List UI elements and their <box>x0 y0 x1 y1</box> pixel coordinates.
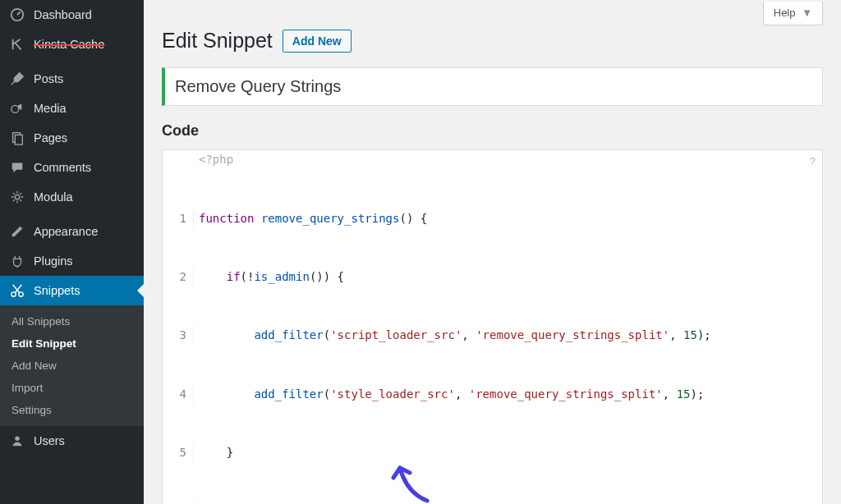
sidebar-item-label: Posts <box>34 72 63 85</box>
admin-sidebar: Dashboard Kinsta Cache Posts Media Pages… <box>0 0 144 504</box>
sidebar-item-kinsta[interactable]: Kinsta Cache <box>0 30 144 59</box>
sidebar-item-label: Media <box>34 102 67 115</box>
chevron-down-icon: ▼ <box>802 7 812 19</box>
code-editor[interactable]: 1function remove_query_strings() { 2 if(… <box>163 150 822 504</box>
snippet-title-input[interactable] <box>162 67 823 106</box>
page-header: Edit Snippet Add New <box>162 25 823 53</box>
dashboard-icon <box>8 7 26 22</box>
line-number: 4 <box>163 385 194 405</box>
submenu-add-new[interactable]: Add New <box>0 355 144 377</box>
sidebar-item-label: Kinsta Cache <box>34 38 104 51</box>
code-editor-wrap: <?php ? 1function remove_query_strings()… <box>162 149 823 504</box>
help-label: Help <box>774 7 796 19</box>
media-icon <box>8 101 26 116</box>
sidebar-item-posts[interactable]: Posts <box>0 64 144 94</box>
sidebar-item-snippets[interactable]: Snippets <box>0 276 144 305</box>
svg-point-4 <box>15 195 19 199</box>
page-title: Edit Snippet <box>162 29 273 53</box>
sidebar-item-plugins[interactable]: Plugins <box>0 246 144 276</box>
gear-icon <box>8 190 26 204</box>
sidebar-item-modula[interactable]: Modula <box>0 182 144 212</box>
sidebar-item-label: Dashboard <box>34 8 92 21</box>
sidebar-item-comments[interactable]: Comments <box>0 153 144 182</box>
svg-point-1 <box>11 105 19 112</box>
sidebar-submenu: All Snippets Edit Snippet Add New Import… <box>0 305 144 426</box>
add-new-button[interactable]: Add New <box>283 30 352 53</box>
users-icon <box>8 433 26 448</box>
line-number: 3 <box>163 326 194 346</box>
sidebar-item-label: Users <box>34 434 65 447</box>
comments-icon <box>8 160 26 175</box>
sidebar-item-label: Plugins <box>34 254 73 268</box>
pages-icon <box>8 131 26 145</box>
screen-meta: Help ▼ <box>162 0 823 25</box>
submenu-settings[interactable]: Settings <box>0 399 144 421</box>
content-area: Help ▼ Edit Snippet Add New Code <?php ?… <box>144 0 841 504</box>
kinsta-icon <box>8 37 26 52</box>
submenu-all-snippets[interactable]: All Snippets <box>0 310 144 332</box>
help-tab[interactable]: Help ▼ <box>763 2 823 25</box>
plugin-icon <box>8 254 26 268</box>
sidebar-item-pages[interactable]: Pages <box>0 123 144 153</box>
sidebar-item-label: Appearance <box>34 225 98 238</box>
sidebar-item-label: Comments <box>34 161 91 174</box>
php-tag: <?php <box>199 153 233 166</box>
svg-rect-3 <box>15 135 22 144</box>
sidebar-item-dashboard[interactable]: Dashboard <box>0 0 144 30</box>
snippets-icon <box>8 283 26 298</box>
code-heading: Code <box>162 122 823 140</box>
submenu-edit-snippet[interactable]: Edit Snippet <box>0 332 144 355</box>
line-number: 2 <box>163 268 194 287</box>
line-number: 5 <box>163 443 194 463</box>
sidebar-item-label: Snippets <box>34 284 80 297</box>
svg-point-7 <box>15 437 19 441</box>
sidebar-item-users[interactable]: Users <box>0 426 144 456</box>
line-number: 1 <box>163 209 194 229</box>
sidebar-item-appearance[interactable]: Appearance <box>0 217 144 246</box>
snippet-title-wrap <box>162 67 823 106</box>
appearance-icon <box>8 224 26 239</box>
pin-icon <box>8 71 26 86</box>
help-icon[interactable]: ? <box>810 155 816 167</box>
submenu-import[interactable]: Import <box>0 377 144 399</box>
sidebar-item-label: Modula <box>34 190 73 204</box>
sidebar-item-media[interactable]: Media <box>0 94 144 123</box>
sidebar-item-label: Pages <box>34 131 67 144</box>
